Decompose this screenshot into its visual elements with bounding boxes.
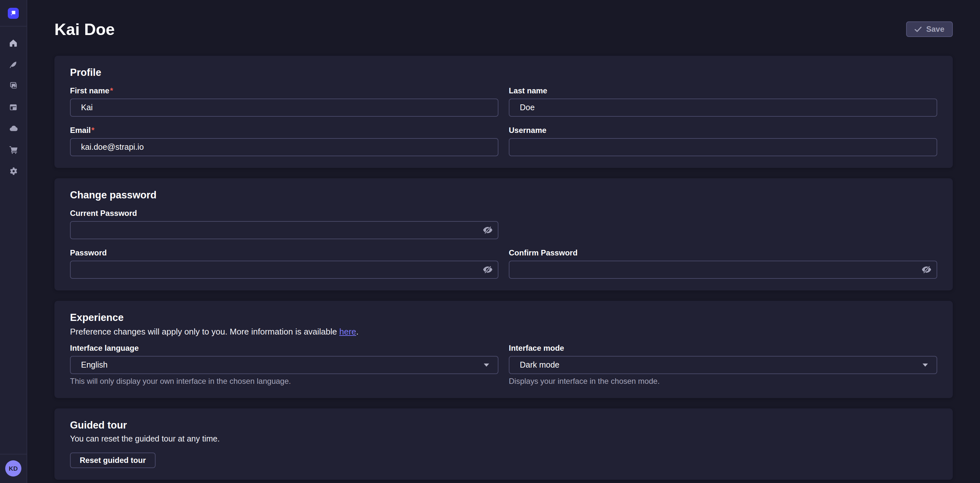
experience-grid: Interface language English This will onl…: [70, 344, 937, 386]
save-button-label: Save: [926, 25, 944, 34]
interface-mode-hint: Displays your interface in the chosen mo…: [509, 377, 937, 386]
sidebar-nav: [0, 27, 27, 184]
eye-off-icon: [921, 266, 931, 274]
save-button[interactable]: Save: [906, 21, 953, 37]
sidebar-item-cloud[interactable]: [5, 120, 22, 137]
cart-icon: [9, 145, 18, 154]
sidebar-item-marketplace[interactable]: [5, 141, 22, 158]
sidebar-item-content-type-builder[interactable]: [5, 99, 22, 115]
page-header: Kai Doe Save: [54, 19, 953, 39]
experience-heading: Experience: [70, 311, 937, 324]
toggle-new-password-visibility[interactable]: [477, 261, 498, 278]
sidebar-item-settings[interactable]: [5, 163, 22, 180]
experience-description: Preference changes will apply only to yo…: [70, 326, 937, 337]
current-password-input[interactable]: [70, 221, 498, 239]
interface-mode-label: Interface mode: [509, 344, 937, 353]
chevron-down-icon: [922, 363, 928, 367]
sidebar-item-media-library[interactable]: [5, 77, 22, 94]
username-field-group: Username: [509, 126, 937, 156]
toggle-confirm-password-visibility[interactable]: [916, 261, 937, 278]
new-password-field-group: Password: [70, 248, 498, 279]
interface-mode-field-group: Interface mode Dark mode Displays your i…: [509, 344, 937, 386]
confirm-password-label: Confirm Password: [509, 248, 937, 258]
cloud-icon: [9, 124, 18, 132]
interface-language-value: English: [81, 360, 108, 370]
gear-icon: [9, 167, 18, 176]
email-field-group: Email*: [70, 126, 498, 156]
password-grid: Current Password Pass: [70, 209, 937, 279]
layout-icon: [9, 103, 18, 111]
check-icon: [915, 26, 922, 32]
profile-heading: Profile: [70, 66, 937, 78]
last-name-input[interactable]: [509, 99, 937, 117]
username-input[interactable]: [509, 138, 937, 156]
last-name-field-group: Last name: [509, 86, 937, 117]
last-name-label: Last name: [509, 86, 937, 96]
profile-card: Profile First name* Last name Email* Use…: [54, 56, 953, 168]
interface-language-hint: This will only display your own interfac…: [70, 377, 498, 386]
email-input[interactable]: [70, 138, 498, 156]
current-password-label: Current Password: [70, 209, 498, 218]
reset-guided-tour-button[interactable]: Reset guided tour: [70, 453, 156, 468]
sidebar-footer: KD: [0, 454, 27, 483]
sidebar-item-content-manager[interactable]: [5, 56, 22, 73]
first-name-label: First name*: [70, 86, 498, 96]
current-password-field-group: Current Password: [70, 209, 498, 239]
images-icon: [9, 81, 18, 90]
email-label: Email*: [70, 126, 498, 135]
interface-language-field-group: Interface language English This will onl…: [70, 344, 498, 386]
more-information-link[interactable]: here: [339, 327, 356, 336]
required-asterisk: *: [91, 126, 94, 135]
interface-language-select[interactable]: English: [70, 356, 498, 374]
experience-card: Experience Preference changes will apply…: [54, 301, 953, 398]
strapi-logo[interactable]: [8, 8, 19, 19]
home-icon: [9, 38, 18, 47]
guided-tour-card: Guided tour You can reset the guided tou…: [54, 408, 953, 480]
strapi-logo-icon: [8, 8, 19, 19]
new-password-label: Password: [70, 248, 498, 258]
password-grid-spacer: [509, 209, 937, 239]
main-content: Kai Doe Save Profile First name* Last na…: [27, 0, 980, 483]
interface-language-label: Interface language: [70, 344, 498, 353]
confirm-password-field-group: Confirm Password: [509, 248, 937, 279]
sidebar-logo-zone: [0, 0, 27, 27]
user-avatar[interactable]: KD: [5, 460, 21, 477]
sidebar-item-home[interactable]: [5, 34, 22, 51]
app-root: KD Kai Doe Save Profile First name*: [0, 0, 980, 483]
username-label: Username: [509, 126, 937, 135]
eye-off-icon: [482, 266, 492, 274]
interface-mode-value: Dark mode: [520, 360, 559, 370]
first-name-input[interactable]: [70, 99, 498, 117]
required-asterisk: *: [110, 86, 113, 95]
sidebar: KD: [0, 0, 27, 483]
change-password-card: Change password Current Password: [54, 178, 953, 290]
toggle-current-password-visibility[interactable]: [477, 222, 498, 239]
confirm-password-input[interactable]: [509, 261, 937, 279]
interface-mode-select[interactable]: Dark mode: [509, 356, 937, 374]
new-password-input[interactable]: [70, 261, 498, 279]
guided-tour-heading: Guided tour: [70, 419, 937, 431]
page-title: Kai Doe: [54, 19, 115, 39]
eye-off-icon: [482, 226, 492, 234]
change-password-heading: Change password: [70, 189, 937, 201]
profile-grid: First name* Last name Email* Username: [70, 86, 937, 156]
feather-icon: [9, 60, 18, 69]
first-name-field-group: First name*: [70, 86, 498, 117]
guided-tour-description: You can reset the guided tour at any tim…: [70, 434, 937, 444]
chevron-down-icon: [484, 363, 489, 367]
